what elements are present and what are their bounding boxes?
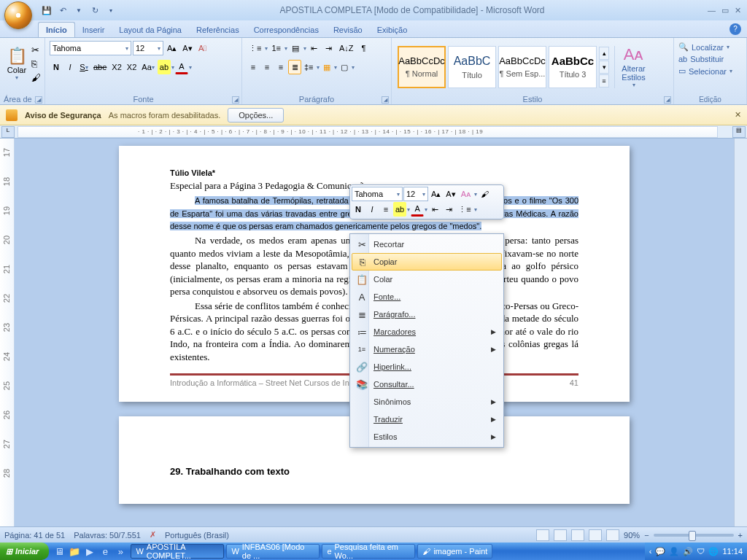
tab-inicio[interactable]: Início [38,22,75,37]
taskbar-item[interactable]: ePesquisa feita em Wo... [322,544,415,559]
undo-icon[interactable]: ↶ [57,4,69,16]
styles-down-icon[interactable]: ▾ [599,61,609,74]
save-icon[interactable]: 💾 [41,4,53,16]
ctx-paragraph[interactable]: ≣Parágrafo... [352,306,502,323]
tab-correspondencias[interactable]: Correspondências [247,23,326,37]
help-icon[interactable]: ? [729,23,741,35]
mini-grow-icon[interactable]: A▴ [429,187,443,201]
replace-button[interactable]: abSubstituir [677,53,743,65]
mini-center[interactable]: ≡ [379,202,392,217]
paste-button[interactable]: 📋 Colar ▾ [4,41,30,86]
tab-inserir[interactable]: Inserir [75,23,112,37]
subscript-button[interactable]: X2 [109,60,123,74]
taskbar-item[interactable]: 🖌imagem - Paint [417,544,492,559]
sort-button[interactable]: A↓Z [337,41,356,55]
mini-inc-indent[interactable]: ⇥ [442,202,455,217]
change-styles-button[interactable]: Aᴀ Alterar Estilos▾ [614,46,652,88]
view-web-layout[interactable] [571,529,584,541]
italic-button[interactable]: I [63,60,77,74]
borders-button[interactable]: ▢ [338,60,351,74]
mini-painter-icon[interactable]: 🖌 [478,187,491,201]
tray-clock[interactable]: 11:14 [722,547,743,556]
status-page[interactable]: Página: 41 de 51 [4,531,65,540]
horizontal-ruler[interactable]: · 1 · | · 2 · | · 3 · | · 4 · | · 5 · | … [18,126,718,138]
font-size-combo[interactable]: 12▾ [133,41,163,55]
justify-button[interactable]: ≣ [288,60,301,74]
view-outline[interactable] [589,529,602,541]
dialog-launcher-icon[interactable]: ◢ [664,96,671,104]
view-print-layout[interactable] [536,529,549,541]
ctx-synonyms[interactable]: Sinônimos▶ [352,393,502,411]
ctx-font[interactable]: AFonte... [352,288,502,306]
status-language[interactable]: Português (Brasil) [165,531,229,540]
mini-styles-icon[interactable]: Aᴀ [459,187,473,201]
mini-bold[interactable]: N [352,202,365,217]
ruler-toggle[interactable]: ▤ [732,126,746,138]
mini-shrink-icon[interactable]: A▾ [444,187,457,201]
ctx-hyperlink[interactable]: 🔗Hiperlink... [352,358,502,376]
zoom-in-icon[interactable]: + [738,531,743,540]
ql-desktop-icon[interactable]: 🖥 [53,545,66,558]
mini-bullets[interactable]: ⋮≡ [456,202,473,217]
align-left-button[interactable]: ≡ [247,60,260,74]
numbering-button[interactable]: 1≡ [269,41,283,55]
qat-menu-icon[interactable]: ▾ [105,4,117,16]
superscript-button[interactable]: X2 [125,60,139,74]
ctx-styles[interactable]: Estilos▶ [352,428,502,446]
grow-font-icon[interactable]: A▴ [165,41,179,55]
align-right-button[interactable]: ≡ [274,60,287,74]
align-center-button[interactable]: ≡ [260,60,274,74]
vertical-ruler[interactable]: 171819202122232425262728 [0,139,15,526]
security-options-button[interactable]: Opções... [228,108,284,122]
dialog-launcher-icon[interactable]: ◢ [35,96,42,104]
minimize-button[interactable]: — [708,6,716,15]
format-painter-icon[interactable]: 🖌 [31,72,41,83]
status-words[interactable]: Palavras: 50/7.551 [74,531,141,540]
mini-dec-indent[interactable]: ⇤ [428,202,441,217]
tray-icon[interactable]: 🔊 [683,547,693,556]
zoom-out-icon[interactable]: − [644,531,649,540]
tab-selector[interactable]: L [1,126,15,138]
find-button[interactable]: 🔍Localizar ▾ [677,41,743,53]
taskbar-item[interactable]: WAPOSTILA COMPLET... [131,544,224,559]
dialog-launcher-icon[interactable]: ◢ [232,96,239,104]
ql-ie-icon[interactable]: e [98,545,112,558]
ctx-translate[interactable]: Traduzir▶ [352,411,502,428]
tray-icon[interactable]: 🛡 [697,547,705,556]
status-proof-icon[interactable]: ✗ [150,530,156,540]
mini-highlight[interactable]: ab [393,202,406,217]
ctx-numbering[interactable]: 1≡Numeração▶ [352,341,502,358]
decrease-indent-button[interactable]: ⇤ [308,41,321,55]
shading-button[interactable]: ▦ [320,60,333,74]
ctx-cut[interactable]: ✂Recortar [352,236,502,253]
ctx-bullets[interactable]: ≔Marcadores▶ [352,323,502,341]
ql-media-icon[interactable]: ▶ [83,545,96,558]
bullets-button[interactable]: ⋮≡ [247,41,263,55]
dialog-launcher-icon[interactable]: ◢ [382,96,389,104]
copy-icon[interactable]: ⎘ [31,58,41,69]
redo-icon[interactable]: ↻ [89,4,101,16]
select-button[interactable]: ▭Selecionar ▾ [677,65,743,77]
close-button[interactable]: ✕ [735,6,741,15]
ql-more-icon[interactable]: » [114,545,127,558]
style-normal[interactable]: AaBbCcDc¶ Normal [398,46,446,88]
zoom-slider[interactable] [654,534,734,537]
style-titulo[interactable]: AaBbCTítulo [448,46,496,88]
change-case-button[interactable]: Aa▾ [139,60,156,74]
styles-more-icon[interactable]: ≡ [599,74,609,88]
bold-button[interactable]: N [50,60,63,74]
style-titulo3[interactable]: AaBbCcTítulo 3 [549,46,597,88]
office-button[interactable] [4,1,32,29]
clear-format-icon[interactable]: A⃠ [196,41,209,55]
tab-layout[interactable]: Layout da Página [112,23,189,37]
tray-icon[interactable]: 👤 [669,547,679,556]
show-marks-button[interactable]: ¶ [357,41,371,55]
line-spacing-button[interactable]: ‡≡ [302,60,316,74]
ql-explorer-icon[interactable]: 📁 [68,545,81,558]
highlight-button[interactable]: ab [158,60,171,74]
underline-button[interactable]: S ▾ [77,60,90,74]
mini-font-combo[interactable]: Tahoma▾ [352,187,403,201]
styles-up-icon[interactable]: ▴ [599,47,609,60]
increase-indent-button[interactable]: ⇥ [322,41,336,55]
cut-icon[interactable]: ✂ [31,44,41,55]
